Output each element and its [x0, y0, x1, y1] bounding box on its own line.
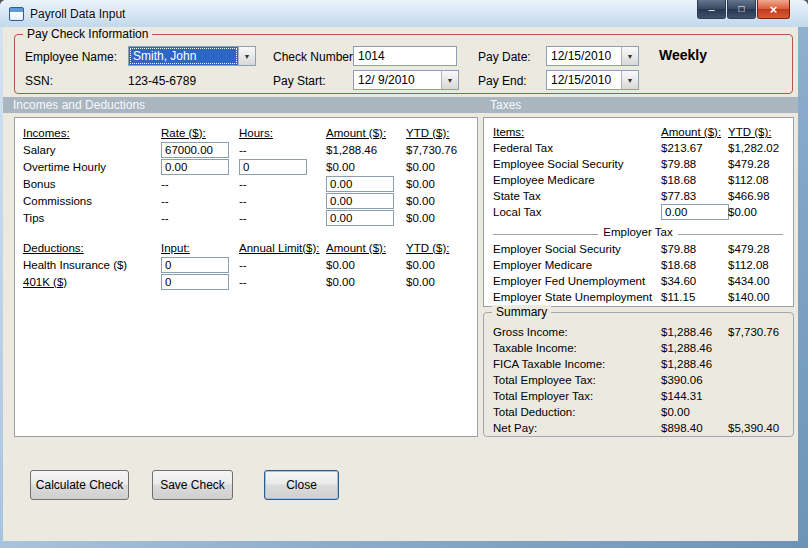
- limit-cell: --: [239, 259, 326, 271]
- amount-col-header: Amount ($):: [326, 242, 406, 254]
- chevron-down-icon[interactable]: ▼: [238, 47, 255, 65]
- amount-cell: $11.15: [661, 291, 728, 303]
- ytd-cell: $434.00: [728, 275, 793, 287]
- chevron-down-icon[interactable]: ▼: [441, 71, 458, 89]
- save-check-button[interactable]: Save Check: [152, 470, 233, 500]
- employee-name-value: Smith, John: [129, 47, 238, 65]
- 401k-link[interactable]: 401K ($): [23, 276, 161, 288]
- row-label: Employer Fed Unemployment: [493, 275, 661, 287]
- income-row-tips: Tips -- -- $0.00: [23, 209, 477, 226]
- amount-cell: $0.00: [326, 259, 406, 271]
- ytd-cell: $0.00: [406, 161, 477, 173]
- salary-rate-input[interactable]: [161, 142, 229, 158]
- summary-group-legend: Summary: [492, 305, 551, 319]
- amount-cell: $144.31: [661, 390, 728, 402]
- paycheck-group-legend: Pay Check Information: [23, 27, 152, 41]
- employee-name-label: Employee Name:: [25, 50, 117, 64]
- minimize-icon: –: [708, 4, 714, 15]
- amount-cell: $1,288.46: [661, 326, 728, 338]
- taxes-header-row: Items: Amount ($): YTD ($):: [493, 124, 793, 140]
- amount-cell: $213.67: [661, 142, 728, 154]
- overtime-rate-input[interactable]: [161, 159, 229, 175]
- amount-cell: $79.88: [661, 243, 728, 255]
- row-label: Employer Social Security: [493, 243, 661, 255]
- deductions-header-row: Deductions: Input: Annual Limit($): Amou…: [23, 239, 477, 256]
- ytd-cell: $112.08: [728, 259, 793, 271]
- row-label: Total Deduction:: [493, 406, 661, 418]
- app-icon: [9, 7, 24, 21]
- pay-start-label: Pay Start:: [273, 74, 326, 88]
- commissions-amount-input[interactable]: [326, 193, 394, 209]
- minimize-button[interactable]: –: [697, 0, 726, 19]
- chevron-down-icon[interactable]: ▼: [621, 71, 638, 89]
- employee-name-combobox[interactable]: Smith, John ▼: [128, 46, 256, 66]
- row-label: FICA Taxable Income:: [493, 358, 661, 370]
- employer-tax-label: Employer Tax: [598, 226, 677, 238]
- amount-cell: $18.68: [661, 174, 728, 186]
- row-label: Employer State Unemployment: [493, 291, 661, 303]
- row-label: Total Employee Tax:: [493, 374, 661, 386]
- ytd-col-header: YTD ($):: [406, 242, 477, 254]
- summary-row-gross: Gross Income: $1,288.46 $7,730.76: [493, 324, 793, 340]
- ytd-cell: $112.08: [728, 174, 793, 186]
- tax-row-employer-state-unemployment: Employer State Unemployment $11.15 $140.…: [493, 289, 793, 305]
- calculate-check-button[interactable]: Calculate Check: [30, 470, 129, 500]
- ytd-col-header: YTD ($):: [728, 126, 793, 138]
- incomes-deductions-panel: Incomes: Rate ($): Hours: Amount ($): YT…: [14, 117, 478, 437]
- pay-date-picker[interactable]: 12/15/2010 ▼: [546, 46, 639, 66]
- ytd-cell: $5,390.40: [728, 422, 793, 434]
- pay-start-picker[interactable]: 12/ 9/2010 ▼: [353, 70, 459, 90]
- ytd-cell: $1,282.02: [728, 142, 793, 154]
- deductions-col-header: Deductions:: [23, 242, 161, 254]
- amount-cell: $0.00: [326, 161, 406, 173]
- row-label: Health Insurance ($): [23, 259, 161, 271]
- row-label: State Tax: [493, 190, 661, 202]
- tax-row-employee-medicare: Employee Medicare $18.68 $112.08: [493, 172, 793, 188]
- health-insurance-input[interactable]: [161, 257, 229, 273]
- amount-cell: $898.40: [661, 422, 728, 434]
- pay-date-value: 12/15/2010: [547, 47, 621, 65]
- caption-buttons: – □ ×: [696, 0, 790, 19]
- row-label: Federal Tax: [493, 142, 661, 154]
- summary-row-net-pay: Net Pay: $898.40 $5,390.40: [493, 420, 793, 436]
- row-label: Bonus: [23, 178, 161, 190]
- close-window-button[interactable]: ×: [757, 0, 790, 19]
- ytd-cell: $0.00: [406, 259, 477, 271]
- close-button[interactable]: Close: [264, 470, 339, 500]
- local-tax-amount-input[interactable]: [661, 204, 729, 220]
- titlebar: Payroll Data Input – □ ×: [0, 0, 808, 27]
- ytd-cell: $479.28: [728, 243, 793, 255]
- tips-amount-input[interactable]: [326, 210, 394, 226]
- hours-col-header: Hours:: [239, 127, 326, 139]
- section-header-band: Incomes and Deductions Taxes: [3, 97, 798, 113]
- ytd-cell: $0.00: [406, 178, 477, 190]
- items-col-header: Items:: [493, 126, 661, 138]
- bonus-amount-input[interactable]: [326, 176, 394, 192]
- deduction-row-401k: 401K ($) -- $0.00 $0.00: [23, 273, 477, 290]
- ssn-value: 123-45-6789: [128, 74, 196, 88]
- row-label: Salary: [23, 144, 161, 156]
- amount-col-header: Amount ($):: [661, 126, 728, 138]
- ytd-cell: $0.00: [728, 206, 793, 218]
- income-row-commissions: Commissions -- -- $0.00: [23, 192, 477, 209]
- chevron-down-icon[interactable]: ▼: [621, 47, 638, 65]
- hours-cell: --: [239, 178, 326, 190]
- 401k-input[interactable]: [161, 274, 229, 290]
- row-label: Employee Medicare: [493, 174, 661, 186]
- row-label: Commissions: [23, 195, 161, 207]
- ytd-cell: $479.28: [728, 158, 793, 170]
- check-number-input[interactable]: [353, 46, 457, 66]
- hours-cell: --: [239, 195, 326, 207]
- ytd-cell: $466.98: [728, 190, 793, 202]
- maximize-button[interactable]: □: [727, 0, 756, 19]
- paycheck-info-group: Pay Check Information Employee Name: Smi…: [14, 34, 793, 94]
- overtime-hours-input[interactable]: [239, 159, 307, 175]
- summary-group: Summary Gross Income: $1,288.46 $7,730.7…: [483, 312, 794, 437]
- amount-cell: $77.83: [661, 190, 728, 202]
- pay-end-picker[interactable]: 12/15/2010 ▼: [546, 70, 639, 90]
- window-body: Pay Check Information Employee Name: Smi…: [3, 27, 798, 541]
- amount-cell: $1,288.46: [661, 358, 728, 370]
- tax-row-employer-ss: Employer Social Security $79.88 $479.28: [493, 241, 793, 257]
- rate-cell: --: [161, 212, 239, 224]
- pay-frequency-label: Weekly: [659, 47, 707, 63]
